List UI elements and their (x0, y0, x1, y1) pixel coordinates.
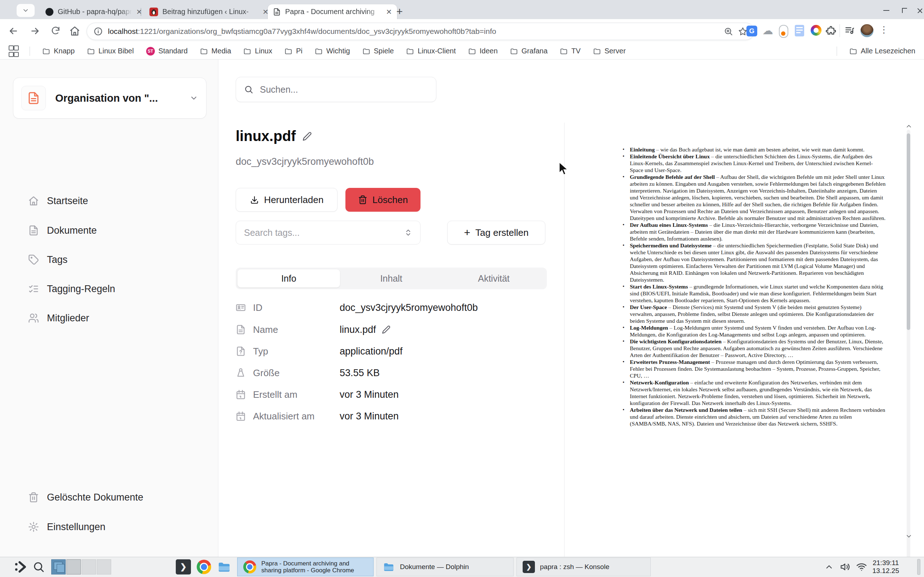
app-launcher-button[interactable] (13, 557, 29, 577)
bookmarks-divider (837, 47, 837, 56)
folder-icon (406, 47, 414, 55)
sidebar-item-tagging-regeln[interactable]: Tagging-Regeln (15, 279, 202, 298)
browser-menu-kebab-icon[interactable]: ⋮ (879, 24, 888, 35)
notes-extension-icon[interactable] (795, 25, 804, 36)
translate-extension-icon[interactable]: G (746, 26, 757, 36)
browser-tab-papra[interactable]: Papra - Document archiving ✕ (268, 4, 397, 19)
pager-desktop-4[interactable] (97, 559, 111, 574)
weight-icon (236, 368, 246, 378)
bookmark-folder[interactable]: ST Linux-Client (406, 47, 456, 56)
sidebar-item-label: Tags (47, 254, 68, 266)
site-info-icon[interactable] (94, 27, 103, 36)
page-title: linux.pdf (236, 128, 296, 144)
apps-grid-icon[interactable] (9, 45, 17, 57)
delete-button[interactable]: Löschen (346, 188, 420, 212)
bookmark-folder[interactable]: ST Knapp (42, 47, 75, 56)
clock-widget[interactable]: 21:39:11 13.12.25 (871, 557, 900, 577)
sidebar-item-startseite[interactable]: Startseite (15, 192, 202, 210)
bookmark-folder[interactable]: ST Wichtig (315, 47, 350, 56)
bookmark-folder[interactable]: ST Linux Bibel (87, 47, 134, 56)
toggle-extension-icon[interactable] (779, 25, 788, 38)
file-icon (236, 324, 246, 335)
pdf-bullet: Die wichtigsten Konfigurationsdateien – … (630, 338, 886, 358)
pdf-bullet: Der Aufbau eines Linux-Systems – die Lin… (630, 221, 886, 242)
detail-row-aktualisiert: Aktualisiert am vor 3 Minuten (236, 408, 553, 424)
new-tab-button[interactable]: + (392, 4, 407, 19)
address-bar[interactable]: localhost:1221/organizations/org_bwfqsti… (87, 23, 754, 40)
close-icon (916, 6, 922, 13)
profile-avatar[interactable] (861, 24, 874, 37)
back-button[interactable] (8, 26, 19, 36)
window-close-button[interactable] (913, 3, 924, 16)
home-button[interactable] (69, 26, 80, 36)
tag-icon (28, 254, 39, 265)
tab-close-icon[interactable]: ✕ (386, 8, 392, 16)
preview-scrollbar-thumb[interactable] (907, 134, 910, 330)
bookmark-folder[interactable]: ST Ideen (468, 47, 498, 56)
search-input[interactable]: Suchen... (236, 77, 436, 102)
volume-tray-icon[interactable] (840, 557, 850, 577)
systray-expand-button[interactable] (824, 557, 834, 577)
media-controls-icon[interactable] (845, 25, 855, 35)
sidebar-item-label: Dokumente (47, 225, 97, 236)
bookmark-folder[interactable]: ST Grafana (510, 47, 548, 56)
scroll-down-icon[interactable] (905, 533, 913, 540)
sidebar-item-tags[interactable]: Tags (15, 250, 202, 269)
extensions-puzzle-icon[interactable] (826, 25, 836, 35)
all-bookmarks[interactable]: Alle Lesezeichen (849, 47, 915, 55)
bookmark-folder[interactable]: ST Pi (284, 47, 302, 56)
bookmark-folder[interactable]: ST Standard (146, 47, 188, 56)
chevrons-up-down-icon (404, 229, 412, 237)
pager-desktop-1[interactable] (51, 559, 66, 574)
organization-selector[interactable]: Organisation von "... (13, 77, 207, 119)
network-tray-icon[interactable] (856, 557, 867, 577)
create-tag-button[interactable]: + Tag erstellen (447, 221, 545, 245)
browser-tab-github[interactable]: GitHub - papra-hq/papra: T ✕ (40, 4, 147, 19)
forward-button[interactable] (30, 26, 40, 36)
pdf-text-content: Einleitung – wie das Buch aufgebaut ist,… (630, 146, 886, 427)
tab-inhalt[interactable]: Inhalt (340, 269, 443, 287)
search-tags-combobox[interactable]: Search tags... (236, 221, 420, 245)
task-dolphin[interactable]: Dokumente — Dolphin (376, 558, 514, 576)
sidebar-item-label: Tagging-Regeln (47, 284, 115, 295)
tab-close-icon[interactable]: ✕ (136, 8, 142, 16)
bookmark-folder[interactable]: ST Media (200, 47, 231, 56)
sidebar-item-einstellungen[interactable]: Einstellungen (15, 517, 202, 536)
bookmark-folder[interactable]: ST Server (593, 47, 626, 56)
pdf-bullet: Einleitung – wie das Buch aufgebaut ist,… (630, 146, 886, 153)
sidebar-item-mitglieder[interactable]: Mitglieder (15, 309, 202, 327)
search-tags-placeholder: Search tags... (244, 227, 300, 238)
bookmark-folder[interactable]: ST TV (560, 47, 581, 56)
cloud-extension-icon[interactable]: ☁ (762, 24, 773, 37)
browser-tab-linuxbibel[interactable]: Beitrag hinzufügen ‹ Linux- ✕ (144, 4, 274, 19)
pager-desktop-3[interactable] (82, 559, 96, 574)
task-chrome-papra[interactable]: Papra - Document archiving andsharing pl… (237, 558, 373, 576)
bookmark-folder[interactable]: ST Spiele (362, 47, 394, 56)
download-button[interactable]: Herunterladen (236, 188, 338, 212)
reload-button[interactable] (50, 26, 61, 36)
window-minimize-button[interactable] (879, 3, 892, 16)
sidebar-item-geloeschte-dokumente[interactable]: Gelöschte Dokumente (15, 488, 202, 507)
tab-info[interactable]: Info (237, 269, 340, 287)
tab-title: Beitrag hinzufügen ‹ Linux- (162, 8, 258, 16)
sidebar-item-label: Gelöschte Dokumente (47, 492, 143, 503)
chrome-launcher[interactable] (197, 557, 211, 577)
pager-desktop-2[interactable] (66, 559, 81, 574)
task-konsole[interactable]: ❯ papra : zsh — Konsole (517, 558, 651, 576)
panel-edge-grip[interactable] (917, 557, 921, 577)
maximize-icon (901, 6, 907, 13)
sidebar-item-dokumente[interactable]: Dokumente (15, 221, 202, 240)
desktop-search-button[interactable] (32, 557, 45, 577)
tab-aktivitaet[interactable]: Aktivität (443, 269, 545, 287)
dolphin-launcher[interactable] (217, 557, 231, 577)
zoom-icon[interactable] (724, 27, 733, 36)
tab-title: Papra - Document archiving (285, 8, 381, 16)
tab-search-button[interactable] (16, 4, 35, 17)
edit-pencil-icon[interactable] (382, 325, 391, 334)
konsole-launcher[interactable]: ❯ (176, 557, 191, 577)
colorful-extension-icon[interactable] (811, 25, 822, 36)
window-maximize-button[interactable] (897, 3, 910, 16)
bookmark-folder[interactable]: ST Linux (243, 47, 272, 56)
edit-pencil-icon[interactable] (302, 132, 312, 141)
scroll-up-icon[interactable] (905, 122, 913, 130)
